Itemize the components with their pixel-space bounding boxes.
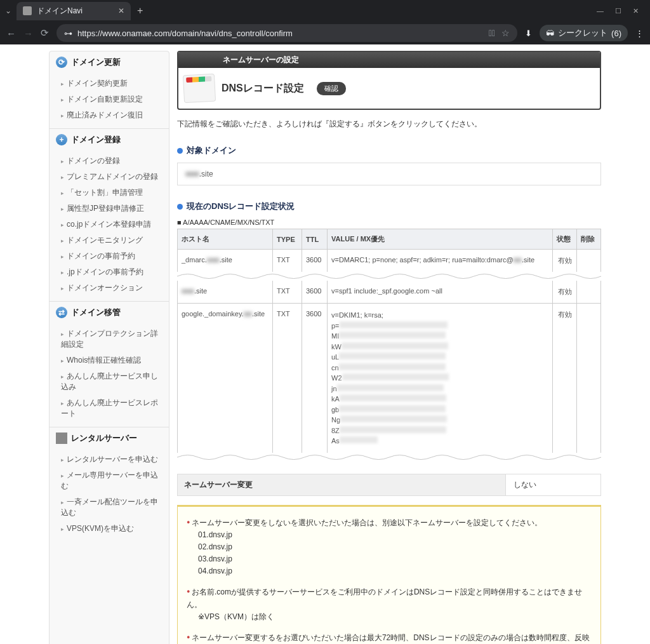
col-status: 状態	[553, 229, 577, 250]
page-title: DNSレコード設定	[222, 82, 304, 95]
address-bar[interactable]: ⊶ https://www.onamae.com/domain/navi/dns…	[56, 24, 517, 42]
cut-line	[177, 272, 601, 281]
maximize-icon[interactable]: ☐	[615, 7, 621, 15]
notice-item: お名前.comが提供するサーバーサービスをご利用中のドメインはDNSレコード設定…	[187, 586, 592, 623]
sidebar-item[interactable]: VPS(KVM)を申込む	[50, 521, 169, 537]
notice-item: ネームサーバー変更するをお選びいただいた場合は最大72時間、DNSレコードの設定…	[187, 632, 592, 644]
col-value: VALUE / MX優先	[328, 229, 553, 250]
sidebar-item[interactable]: 「セット割」申請管理	[50, 185, 169, 201]
col-type: TYPE	[273, 229, 302, 250]
notice-item: ネームサーバー変更をしないを選択いただいた場合は、別途以下ネームサーバーを設定し…	[187, 517, 592, 578]
sidebar-item[interactable]: 廃止済みドメイン復旧	[50, 107, 169, 123]
menu-icon[interactable]: ⋮	[635, 29, 644, 38]
page-icon	[183, 74, 216, 104]
main-content: ネームサーバーの設定 DNSレコード設定 確認 下記情報をご確認いただき、よろし…	[177, 51, 601, 644]
sidebar-head-server: レンタルサーバー	[50, 427, 169, 449]
col-host: ホスト名	[178, 229, 273, 250]
breadcrumb: ネームサーバーの設定	[178, 52, 600, 68]
sidebar-item[interactable]: ドメインオークション	[50, 280, 169, 296]
incognito-badge[interactable]: 🕶 シークレット (6)	[540, 25, 628, 41]
forward-icon[interactable]: →	[23, 28, 33, 39]
sidebar-item[interactable]: 一斉メール配信ツールを申込む	[50, 494, 169, 521]
plus-icon: +	[56, 134, 67, 145]
title-box: ネームサーバーの設定 DNSレコード設定 確認	[177, 51, 601, 110]
sidebar-item[interactable]: レンタルサーバーを申込む	[50, 452, 169, 467]
back-icon[interactable]: ←	[6, 28, 16, 39]
star-icon[interactable]: ☆	[501, 28, 510, 38]
browser-chrome: ⌄ ドメインNavi ✕ + — ☐ ✕ ← → ⟳ ⊶ https://www…	[0, 0, 650, 44]
sidebar-head-register: + ドメイン登録	[50, 129, 169, 151]
tab-title: ドメインNavi	[37, 6, 83, 17]
minimize-icon[interactable]: —	[597, 7, 604, 15]
target-domain-value: ■■■.site	[177, 163, 601, 185]
url-text: https://www.onamae.com/domain/navi/dns_c…	[77, 29, 293, 38]
status-chip: 確認	[317, 82, 346, 95]
sidebar-item[interactable]: ドメイン自動更新設定	[50, 91, 169, 107]
incognito-icon: 🕶	[546, 29, 554, 38]
sidebar-item[interactable]: .jpドメインの事前予約	[50, 264, 169, 280]
transfer-icon: ⇄	[56, 307, 67, 318]
dns-table: ホスト名 TYPE TTL VALUE / MX優先 状態 削除 _dmarc.…	[177, 229, 601, 272]
sidebar-item[interactable]: ドメイン契約更新	[50, 76, 169, 91]
notice-box: ネームサーバー変更をしないを選択いただいた場合は、別途以下ネームサーバーを設定し…	[177, 505, 601, 645]
table-row: ■■■.site TXT3600 v=spf1 include:_spf.goo…	[178, 281, 601, 304]
sidebar-item[interactable]: ドメインの事前予約	[50, 248, 169, 264]
dns-sublabel: A/AAAA/CNAME/MX/NS/TXT	[177, 218, 601, 226]
download-icon[interactable]: ⬇	[525, 29, 532, 38]
sidebar-item[interactable]: 属性型JP登録申請修正	[50, 201, 169, 217]
nameserver-value: しない	[505, 474, 600, 495]
sidebar-item[interactable]: メール専用サーバーを申込む	[50, 467, 169, 494]
col-delete: 削除	[577, 229, 601, 250]
sidebar-head-update: ⟳ ドメイン更新	[50, 51, 169, 73]
favicon	[23, 6, 32, 15]
eye-off-icon[interactable]: 👁̶	[489, 28, 495, 38]
instruction-text: 下記情報をご確認いただき、よろしければ『設定する』ボタンをクリックしてください。	[177, 119, 601, 130]
section-dns-status: 現在のDNSレコード設定状況	[177, 201, 601, 212]
sidebar-head-transfer: ⇄ ドメイン移管	[50, 302, 169, 323]
refresh-icon: ⟳	[56, 57, 67, 68]
site-info-icon[interactable]: ⊶	[64, 29, 72, 38]
cut-line	[177, 453, 601, 462]
sidebar-item[interactable]: プレミアムドメインの登録	[50, 169, 169, 185]
sidebar-item[interactable]: あんしん廃止サービス申し込み	[50, 368, 169, 395]
reload-icon[interactable]: ⟳	[41, 27, 49, 39]
sidebar: ⟳ ドメイン更新 ドメイン契約更新 ドメイン自動更新設定 廃止済みドメイン復旧 …	[49, 51, 169, 644]
sidebar-item[interactable]: ドメインの登録	[50, 153, 169, 169]
table-row: _dmarc.■■■.site TXT3600 v=DMARC1; p=none…	[178, 250, 601, 272]
browser-tab[interactable]: ドメインNavi ✕	[17, 2, 131, 20]
nameserver-label: ネームサーバー変更	[178, 474, 259, 495]
sidebar-item[interactable]: ドメインモニタリング	[50, 232, 169, 248]
close-window-icon[interactable]: ✕	[633, 7, 639, 15]
nameserver-row: ネームサーバー変更 しない	[177, 474, 601, 496]
col-ttl: TTL	[302, 229, 328, 250]
new-tab-button[interactable]: +	[137, 5, 143, 17]
close-tab-icon[interactable]: ✕	[118, 6, 124, 15]
sidebar-item[interactable]: Whois情報正確性確認	[50, 352, 169, 368]
sidebar-item[interactable]: あんしん廃止サービスレポート	[50, 395, 169, 422]
sidebar-item[interactable]: co.jpドメイン本登録申請	[50, 217, 169, 232]
server-icon	[56, 433, 67, 444]
sidebar-item[interactable]: ドメインプロテクション詳細設定	[50, 326, 169, 352]
section-target-domain: 対象ドメイン	[177, 145, 601, 156]
table-row: google._domainkey.■■.site TXT3600 v=DKIM…	[178, 304, 601, 453]
chevron-down-icon[interactable]: ⌄	[5, 6, 11, 15]
